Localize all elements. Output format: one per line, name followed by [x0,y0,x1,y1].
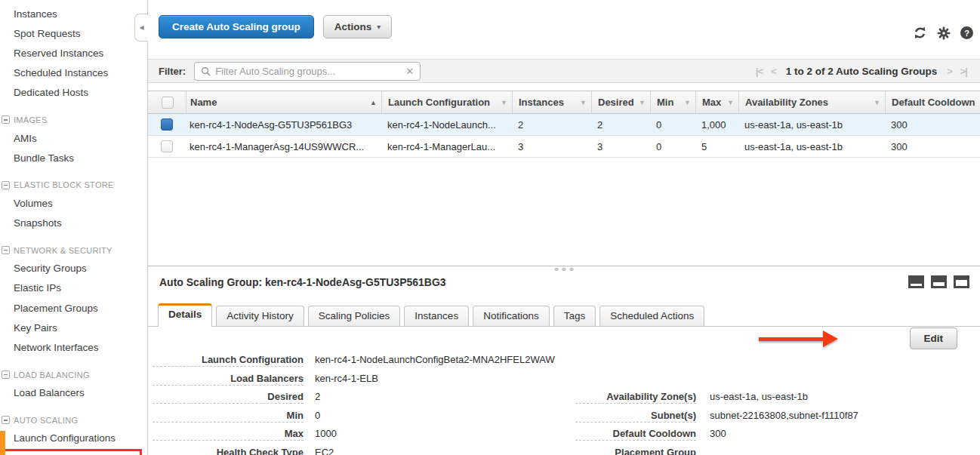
pagination-next-button[interactable]: > [947,66,952,77]
field-value: 1000 [315,428,337,439]
column-label: Launch Configuration [388,97,490,108]
field-min: Min 0 [153,410,571,420]
panel-size-medium-icon[interactable] [931,275,947,288]
tab-instances[interactable]: Instances [404,306,469,326]
column-label: Availability Zones [745,97,828,108]
column-label: Min [657,97,673,108]
column-header-launch-configuration[interactable]: Launch Configuration ▼ [381,91,512,113]
panel-resize-handle[interactable] [555,268,574,271]
sidebar-item-scheduled-instances[interactable]: Scheduled Instances [0,63,147,83]
panel-size-small-icon[interactable] [908,275,924,288]
tab-tags[interactable]: Tags [553,306,596,326]
cell-desired: 2 [591,119,650,131]
details-panel-title: Auto Scaling Group: ken-rc4-1-NodeAsg-G5… [159,276,446,288]
tab-details[interactable]: Details [158,303,212,327]
field-desired: Desired 2 [153,391,571,401]
sidebar-item-spot-requests[interactable]: Spot Requests [0,23,147,43]
field-default-cooldown: Default Cooldown 300 [575,428,975,438]
sidebar-item-auto-scaling-groups[interactable]: Auto Scaling Groups [2,449,142,455]
settings-gear-icon[interactable] [937,26,951,40]
field-availability-zones: Availability Zone(s) us-east-1a, us-east… [575,391,975,401]
clear-filter-icon[interactable]: ✕ [405,66,414,76]
field-value: us-east-1a, us-east-1b [710,391,808,402]
sidebar-item-key-pairs[interactable]: Key Pairs [0,318,147,337]
field-placement-group: Placement Group [575,447,975,455]
sidebar-item-network-interfaces[interactable]: Network Interfaces [0,337,147,357]
filter-search-box[interactable]: ✕ [194,62,421,81]
pagination: |< < 1 to 2 of 2 Auto Scaling Groups > >… [756,66,967,77]
sidebar-item-instances[interactable]: Instances [0,4,147,23]
tab-scaling-policies[interactable]: Scaling Policies [308,306,401,326]
sidebar-section-auto-scaling: AUTO SCALING [0,412,147,429]
header-icon-group: ? [913,26,973,40]
pagination-prev-button[interactable]: < [771,66,776,77]
table-row[interactable]: ken-rc4-1-ManagerAsg-14US9WWCR... ken-rc… [148,136,980,158]
sidebar-item-placement-groups[interactable]: Placement Groups [0,298,147,318]
column-header-instances[interactable]: Instances ▼ [512,91,591,113]
collapse-section-icon[interactable] [2,115,10,124]
sidebar-item-elastic-ips[interactable]: Elastic IPs [0,278,147,298]
create-auto-scaling-group-button[interactable]: Create Auto Scaling group [159,15,314,38]
pagination-first-button[interactable]: |< [756,66,763,77]
sidebar-section-network-security: NETWORK & SECURITY [0,242,147,259]
sort-caret-icon: ▼ [580,99,587,106]
select-all-checkbox[interactable] [162,97,174,109]
column-header-min[interactable]: Min ▼ [650,91,695,113]
sidebar-item-bundle-tasks[interactable]: Bundle Tasks [0,148,147,168]
field-label: Launch Configuration [153,354,304,367]
collapse-section-icon[interactable] [2,370,10,379]
table-row[interactable]: ken-rc4-1-NodeAsg-G5TU3P561BG3 ken-rc4-1… [148,114,980,136]
collapse-sidebar-button[interactable]: ◀ [134,14,148,42]
column-header-name[interactable]: Name ▲ [186,91,381,113]
sidebar-section-label: AUTO SCALING [14,416,78,425]
edit-button[interactable]: Edit [910,327,958,349]
chevron-down-icon: ▾ [377,23,381,31]
panel-size-large-icon[interactable] [954,275,969,288]
tab-notifications[interactable]: Notifications [473,306,550,326]
pagination-last-button[interactable]: >| [960,66,967,77]
sidebar-section-load-balancing: LOAD BALANCING [0,367,147,383]
sidebar-item-volumes[interactable]: Volumes [0,193,147,213]
filter-label: Filter: [159,66,186,77]
column-label: Default Cooldown [892,97,975,108]
collapse-section-icon[interactable] [2,246,10,254]
field-label: Desired [153,391,304,404]
actions-button[interactable]: Actions ▾ [323,15,393,38]
sidebar-item-amis[interactable]: AMIs [0,128,147,148]
sidebar-item-snapshots[interactable]: Snapshots [0,214,147,233]
sort-caret-icon: ▼ [639,99,646,106]
sidebar-section-elastic-block-store: ELASTIC BLOCK STORE [0,177,147,193]
sort-caret-icon: ▼ [684,99,691,106]
tab-activity-history[interactable]: Activity History [216,306,304,326]
filter-search-input[interactable] [215,66,401,77]
collapse-section-icon[interactable] [2,416,10,424]
column-header-desired[interactable]: Desired ▼ [591,91,650,113]
sidebar-item-launch-configurations[interactable]: Launch Configurations [0,429,147,448]
sidebar-item-load-balancers[interactable]: Load Balancers [0,383,147,403]
cell-max: 5 [695,141,738,152]
collapse-section-icon[interactable] [2,181,10,189]
field-value: ken-rc4-1-NodeLaunchConfigBeta2-MNA2HFEL… [315,354,555,365]
actions-button-label: Actions [334,21,372,32]
field-label: Subnet(s) [575,410,696,423]
panel-layout-controls [908,275,969,288]
sidebar-item-dedicated-hosts[interactable]: Dedicated Hosts [0,83,147,103]
sidebar-section-label: IMAGES [14,115,48,125]
cell-default-cooldown: 300 [885,141,980,152]
column-header-max[interactable]: Max ▼ [695,91,738,113]
column-header-availability-zones[interactable]: Availability Zones ▼ [738,91,885,113]
row-checkbox[interactable] [161,118,173,131]
details-tabs: Details Activity History Scaling Policie… [148,304,980,327]
field-load-balancers: Load Balancers ken-rc4-1-ELB [153,373,571,383]
sort-caret-icon: ▼ [501,99,507,106]
sidebar-item-security-groups[interactable]: Security Groups [0,259,147,278]
column-header-default-cooldown[interactable]: Default Cooldown [885,91,980,113]
field-value: 2 [315,391,320,402]
row-checkbox[interactable] [161,140,173,152]
help-icon[interactable]: ? [960,26,973,39]
refresh-icon[interactable] [913,26,927,40]
annotation-arrow [759,330,838,348]
tab-scheduled-actions[interactable]: Scheduled Actions [599,306,704,326]
sidebar-item-reserved-instances[interactable]: Reserved Instances [0,43,147,63]
cell-max: 1,000 [695,119,738,131]
